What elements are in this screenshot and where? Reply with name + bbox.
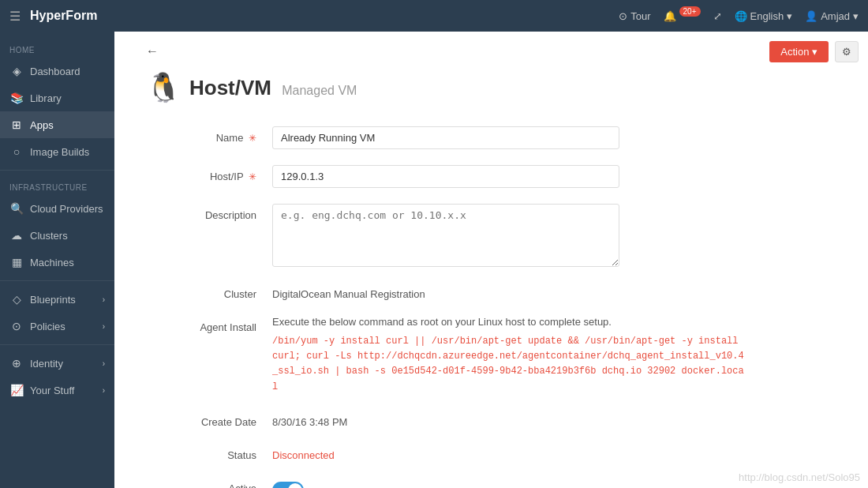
description-label: Description — [146, 204, 272, 221]
sidebar-item-apps[interactable]: ⊞ Apps — [0, 111, 114, 138]
sidebar-item-library[interactable]: 📚 Library — [0, 84, 114, 111]
create-date-value: 8/30/16 3:48 PM — [272, 411, 793, 428]
sidebar-item-label: Image Builds — [30, 146, 89, 158]
agent-install-row: Agent Install Execute the below command … — [146, 316, 793, 395]
bell-icon: 🔔 — [664, 10, 676, 22]
sidebar-item-blueprints[interactable]: ◇ Blueprints › — [0, 286, 114, 313]
active-toggle-wrapper — [272, 477, 304, 488]
sidebar-item-policies[interactable]: ⊙ Policies › — [0, 313, 114, 340]
sidebar-item-your-stuff[interactable]: 📈 Your Stuff › — [0, 377, 114, 404]
language-selector[interactable]: 🌐 English ▾ — [735, 10, 793, 22]
sidebar-item-label: Cloud Providers — [30, 203, 103, 215]
notification-badge: 20+ — [679, 6, 701, 17]
sidebar-item-image-builds[interactable]: ○ Image Builds — [0, 138, 114, 165]
cloud-providers-icon: 🔍 — [9, 202, 24, 215]
name-field-row: Name ✳ — [146, 126, 793, 149]
description-field-row: Description — [146, 204, 793, 267]
action-bar: Action ▾ ⚙ — [769, 41, 859, 62]
user-icon: 👤 — [805, 10, 817, 22]
policies-icon: ⊙ — [9, 320, 24, 332]
language-icon: 🌐 — [735, 10, 747, 22]
brand-title: HyperForm — [30, 9, 97, 23]
agent-code: /bin/yum -y install curl || /usr/bin/apt… — [272, 334, 746, 395]
dashboard-icon: ◈ — [9, 65, 24, 77]
agent-install-block: Execute the below command as root on you… — [272, 316, 746, 395]
user-menu[interactable]: 👤 Amjad ▾ — [805, 10, 859, 22]
name-label: Name ✳ — [146, 126, 272, 144]
cluster-label: Cluster — [146, 283, 272, 300]
sidebar-divider-3 — [0, 344, 114, 345]
hostip-field-row: Host/IP ✳ — [146, 165, 793, 188]
sidebar-divider-2 — [0, 280, 114, 281]
tour-button[interactable]: ⊙ Tour — [619, 10, 650, 22]
watermark: http://blog.csdn.net/Solo95 — [739, 471, 860, 483]
identity-chevron-icon: › — [103, 359, 105, 368]
sidebar-item-label: Clusters — [30, 230, 68, 242]
content-area: Action ▾ ⚙ ← 🐧 Host/VM Managed VM Name ✳ — [114, 32, 868, 488]
machines-icon: ▦ — [9, 256, 24, 268]
status-label: Status — [146, 444, 272, 461]
sidebar-item-machines[interactable]: ▦ Machines — [0, 249, 114, 276]
gear-icon: ⚙ — [842, 46, 851, 58]
sidebar-divider — [0, 170, 114, 171]
sidebar-item-cloud-providers[interactable]: 🔍 Cloud Providers — [0, 195, 114, 222]
create-date-row: Create Date 8/30/16 3:48 PM — [146, 411, 793, 428]
tour-label: Tour — [630, 10, 650, 22]
hostip-label: Host/IP ✳ — [146, 165, 272, 182]
status-badge: Disconnected — [272, 444, 335, 461]
infra-section-label: Infrastructure — [0, 175, 114, 195]
action-button[interactable]: Action ▾ — [769, 41, 829, 62]
apps-icon: ⊞ — [9, 118, 24, 131]
sidebar-item-label: Machines — [30, 257, 74, 268]
back-arrow[interactable]: ← — [146, 44, 159, 58]
gear-button[interactable]: ⚙ — [835, 41, 859, 62]
active-row: Active — [146, 477, 793, 488]
language-label: English — [750, 10, 784, 22]
library-icon: 📚 — [9, 92, 24, 104]
navbar-right: ⊙ Tour 🔔 20+ ⤢ 🌐 English ▾ 👤 Amjad ▾ — [619, 10, 859, 22]
linux-icon: 🐧 — [146, 71, 181, 104]
image-builds-icon: ○ — [9, 145, 24, 158]
agent-description: Execute the below command as root on you… — [272, 316, 746, 328]
name-input[interactable] — [272, 126, 619, 149]
agent-install-label: Agent Install — [146, 316, 272, 333]
cluster-value: DigitalOcean Manual Registration — [272, 283, 793, 300]
sidebar-item-identity[interactable]: ⊕ Identity › — [0, 350, 114, 377]
user-chevron-icon: ▾ — [853, 10, 859, 22]
sidebar-item-dashboard[interactable]: ◈ Dashboard — [0, 58, 114, 84]
home-section-label: Home — [0, 38, 114, 58]
status-row: Status Disconnected — [146, 444, 793, 461]
cluster-field-row: Cluster DigitalOcean Manual Registration — [146, 283, 793, 300]
your-stuff-icon: 📈 — [9, 384, 24, 396]
content-inner: ← 🐧 Host/VM Managed VM Name ✳ Host/ — [114, 32, 825, 488]
sidebar-item-label: Identity — [30, 358, 63, 370]
page-title-area: 🐧 Host/VM Managed VM — [146, 71, 793, 104]
language-chevron-icon: ▾ — [787, 10, 792, 22]
blueprints-chevron-icon: › — [103, 295, 105, 304]
create-date-label: Create Date — [146, 411, 272, 428]
tour-icon: ⊙ — [619, 10, 627, 22]
navbar: ☰ HyperForm ⊙ Tour 🔔 20+ ⤢ 🌐 English ▾ 👤… — [0, 0, 868, 32]
hamburger-icon[interactable]: ☰ — [9, 9, 21, 24]
sidebar-item-label: Apps — [30, 119, 54, 131]
notifications-button[interactable]: 🔔 20+ — [664, 10, 701, 22]
description-input[interactable] — [272, 204, 619, 267]
your-stuff-chevron-icon: › — [103, 386, 105, 395]
name-required: ✳ — [249, 133, 256, 144]
hostip-required: ✳ — [249, 171, 256, 182]
sidebar-item-label: Your Stuff — [30, 385, 74, 396]
fullscreen-button[interactable]: ⤢ — [713, 10, 722, 22]
active-label: Active — [146, 477, 272, 488]
active-toggle[interactable] — [272, 482, 304, 488]
policies-chevron-icon: › — [103, 322, 105, 331]
user-label: Amjad — [821, 10, 850, 22]
blueprints-icon: ◇ — [9, 293, 24, 306]
sidebar-item-label: Blueprints — [30, 294, 76, 306]
main-layout: Home ◈ Dashboard 📚 Library ⊞ Apps ○ Imag… — [0, 32, 868, 488]
sidebar-item-label: Dashboard — [30, 66, 80, 77]
hostip-input[interactable] — [272, 165, 619, 188]
sidebar: Home ◈ Dashboard 📚 Library ⊞ Apps ○ Imag… — [0, 32, 114, 488]
sidebar-item-clusters[interactable]: ☁ Clusters — [0, 222, 114, 249]
page-title: Host/VM Managed VM — [189, 76, 357, 100]
page-subtitle: Managed VM — [282, 84, 357, 97]
